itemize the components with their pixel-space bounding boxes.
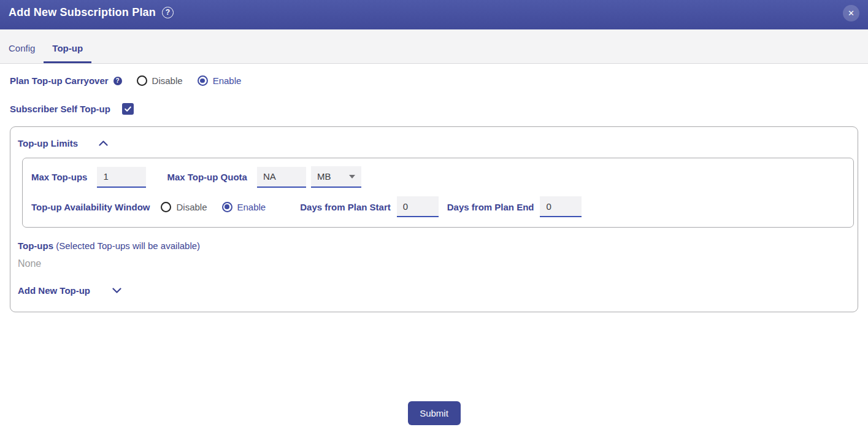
modal-title: Add New Subscription Plan (9, 6, 156, 19)
add-new-topup-toggle[interactable]: Add New Top-up (18, 285, 854, 296)
quota-unit-value: MB (317, 171, 331, 182)
days-from-plan-end-label: Days from Plan End (447, 202, 534, 212)
days-from-plan-start-label: Days from Plan Start (300, 202, 391, 212)
carryover-disable-option[interactable]: Disable (137, 75, 183, 86)
collapse-chevron-up-icon[interactable] (99, 140, 108, 146)
max-topups-input[interactable] (97, 167, 146, 188)
days-from-plan-start-input[interactable] (397, 196, 439, 217)
availability-window-label: Top-up Availability Window (31, 202, 150, 212)
add-subscription-plan-modal: Add New Subscription Plan ? ✕ Config Top… (0, 0, 868, 427)
modal-header: Add New Subscription Plan ? ✕ (0, 0, 868, 29)
window-enable-option[interactable]: Enable (222, 202, 266, 212)
topup-limits-title: Top-up Limits (18, 138, 78, 148)
carryover-disable-label: Disable (152, 75, 183, 86)
topups-caption: Top-ups (Selected Top-ups will be availa… (18, 240, 854, 251)
chevron-down-icon (112, 288, 121, 293)
topups-label: Top-ups (18, 240, 53, 251)
tab-panel-top-up: Plan Top-up Carryover ? Disable Enable S… (0, 75, 868, 312)
window-disable-option[interactable]: Disable (161, 202, 207, 212)
dropdown-caret-icon (349, 175, 355, 179)
radio-selected-icon[interactable] (222, 202, 232, 212)
carryover-enable-label: Enable (213, 75, 242, 86)
subscriber-self-topup-checkbox[interactable] (122, 103, 134, 115)
max-topup-quota-label: Max Top-up Quota (167, 172, 247, 182)
max-topups-label: Max Top-ups (31, 172, 87, 182)
topup-limits-header: Top-up Limits (18, 138, 854, 148)
carryover-help-icon[interactable]: ? (113, 77, 122, 85)
radio-unselected-icon[interactable] (137, 75, 147, 86)
max-topup-quota-input[interactable] (257, 167, 306, 188)
limits-row-1: Max Top-ups Max Top-up Quota MB (31, 166, 853, 188)
tab-config[interactable]: Config (0, 33, 44, 63)
tab-bar: Config Top-up (0, 29, 868, 64)
footer-actions: Submit (0, 401, 868, 425)
days-from-plan-end-input[interactable] (540, 196, 582, 217)
plan-topup-carryover-label: Plan Top-up Carryover (10, 75, 109, 86)
plan-topup-carryover-row: Plan Top-up Carryover ? Disable Enable (10, 75, 858, 86)
carryover-enable-option[interactable]: Enable (198, 75, 242, 86)
radio-unselected-icon[interactable] (161, 202, 171, 212)
title-help-icon[interactable]: ? (162, 7, 174, 18)
quota-unit-select[interactable]: MB (311, 166, 361, 188)
topups-hint: (Selected Top-ups will be available) (56, 240, 200, 251)
tab-top-up[interactable]: Top-up (44, 33, 91, 63)
add-new-topup-label: Add New Top-up (18, 285, 90, 296)
radio-selected-icon[interactable] (198, 75, 208, 86)
topups-selected-value: None (18, 258, 854, 269)
subscriber-self-topup-row: Subscriber Self Top-up (10, 103, 858, 115)
window-disable-label: Disable (176, 202, 207, 212)
close-icon[interactable]: ✕ (843, 5, 859, 21)
subscriber-self-topup-label: Subscriber Self Top-up (10, 104, 110, 114)
limits-row-2: Top-up Availability Window Disable Enabl… (31, 196, 853, 217)
checkmark-icon (124, 105, 132, 113)
topup-limits-section: Top-up Limits Max Top-ups Max Top-up Quo… (10, 126, 858, 312)
window-enable-label: Enable (237, 202, 266, 212)
submit-button[interactable]: Submit (408, 401, 461, 425)
topup-limits-fields: Max Top-ups Max Top-up Quota MB Top-up A… (22, 158, 854, 228)
